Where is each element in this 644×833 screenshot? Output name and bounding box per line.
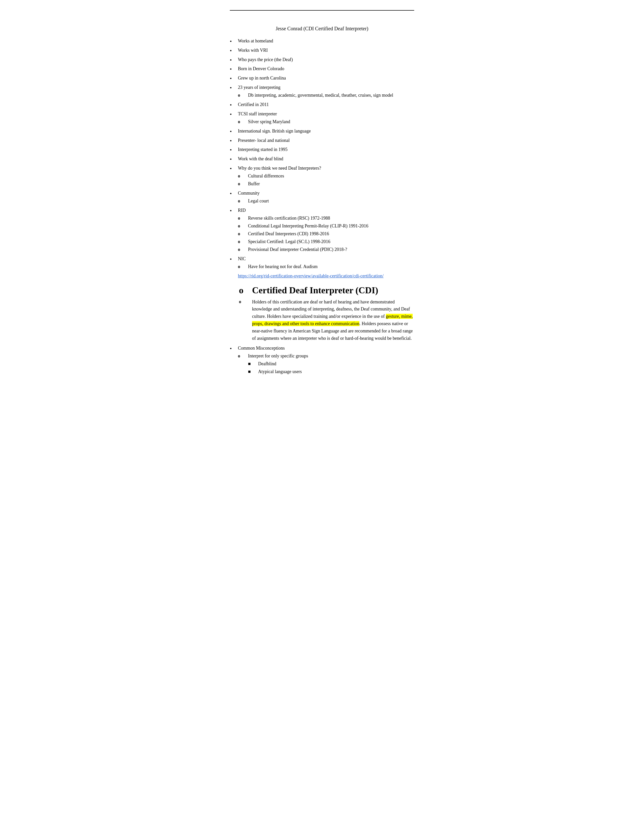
bullet-icon: • bbox=[230, 38, 237, 45]
sub-bullet-icon: o bbox=[238, 92, 247, 99]
sub-item-text: Certified Deaf Interpreters (CDI) 1998-2… bbox=[248, 230, 414, 237]
cdi-heading: Certified Deaf Interpreter (CDI) bbox=[252, 285, 378, 296]
list-item: • Community o Legal court bbox=[230, 190, 414, 206]
sub-bullet-icon: o bbox=[238, 223, 247, 230]
list-item: • Works with VRI bbox=[230, 47, 414, 55]
sub-item-text: Legal court bbox=[248, 198, 414, 204]
sub-item-text: Reverse skills certification (RSC) 1972-… bbox=[248, 215, 414, 222]
rid-certification-link[interactable]: https://rid.org/rid-certification-overvi… bbox=[238, 273, 414, 280]
item-text: Born in Denver Colorado bbox=[238, 65, 414, 72]
sub-list-item: o Db interpreting, academic, governmenta… bbox=[238, 92, 414, 99]
sub-item-text: Conditional Legal Interpreting Permit-Re… bbox=[248, 223, 414, 230]
sub-bullet-icon: o bbox=[238, 246, 247, 253]
item-text: Community bbox=[238, 191, 259, 196]
bullet-icon: • bbox=[230, 84, 237, 92]
bullet-icon: • bbox=[230, 101, 237, 109]
sub-item-text: Provisional Deaf interpreter Credential … bbox=[248, 246, 414, 253]
item-text: Why do you think we need Deaf Interprete… bbox=[238, 166, 321, 170]
item-text: RID bbox=[238, 208, 246, 213]
list-item: • Who pays the price (the Deaf) bbox=[230, 56, 414, 64]
list-item: • TCSI staff interpreter o Silver spring… bbox=[230, 111, 414, 126]
list-item-misconceptions: • Common Misconceptions o Interpret for … bbox=[230, 345, 414, 377]
sub-bullet-icon: o bbox=[238, 238, 247, 245]
sub-bullet-icon: o bbox=[238, 353, 247, 359]
sub-list-item: o Conditional Legal Interpreting Permit-… bbox=[238, 223, 414, 230]
bullet-icon: • bbox=[230, 190, 237, 198]
item-text: Presenter- local and national bbox=[238, 137, 414, 144]
item-text: NIC bbox=[238, 256, 246, 261]
item-text: Grew up in north Carolina bbox=[238, 75, 414, 82]
sub-list-item: o Provisional Deaf interpreter Credentia… bbox=[238, 246, 414, 253]
bullet-icon: • bbox=[230, 165, 237, 173]
bullet-icon: • bbox=[230, 56, 237, 64]
list-item: • Interpreting started in 1995 bbox=[230, 146, 414, 154]
bullet-icon: • bbox=[230, 207, 237, 215]
list-item-link: • https://rid.org/rid-certification-over… bbox=[230, 273, 414, 280]
item-text: Interpreting started in 1995 bbox=[238, 146, 414, 153]
sub-list-item: o Legal court bbox=[238, 198, 414, 204]
sub-list-item: o Reverse skills certification (RSC) 197… bbox=[238, 215, 414, 222]
bullet-icon: • bbox=[230, 146, 237, 154]
sub-sub-list-item: ■ Deafblind bbox=[248, 360, 414, 367]
sub-item-text: Buffer bbox=[248, 180, 414, 187]
sub-bullet-icon: o bbox=[238, 263, 247, 270]
bullet-icon: • bbox=[230, 345, 237, 353]
sub-list-item: o Interpret for only specific groups ■ D… bbox=[238, 353, 414, 376]
list-item: • International sign. British sign langu… bbox=[230, 128, 414, 135]
list-item: • Grew up in north Carolina bbox=[230, 75, 414, 82]
cdi-section: o Certified Deaf Interpreter (CDI) o Hol… bbox=[230, 285, 414, 342]
list-item: • Certified in 2011 bbox=[230, 101, 414, 109]
bullet-icon: • bbox=[230, 156, 237, 163]
subsub-item-text: Atypical language users bbox=[258, 368, 414, 375]
bullet-icon: • bbox=[230, 65, 237, 73]
sub-item-text: Db interpreting, academic, governmental,… bbox=[248, 92, 414, 99]
sub-item-text: Have for hearing not for deaf. Audism bbox=[248, 263, 414, 270]
page-title: Jesse Conrad (CDI Certified Deaf Interpr… bbox=[230, 26, 414, 32]
subsub-bullet-icon: ■ bbox=[248, 360, 257, 367]
list-item: • NIC o Have for hearing not for deaf. A… bbox=[230, 256, 414, 271]
sub-list-item: o Specialist Certified: Legal (SC:L) 199… bbox=[238, 238, 414, 245]
sub-sub-list-item: ■ Atypical language users bbox=[248, 368, 414, 375]
misconceptions-sub-text: Interpret for only specific groups bbox=[248, 354, 308, 359]
list-item: • Why do you think we need Deaf Interpre… bbox=[230, 165, 414, 188]
list-item: • 23 years of interpreting o Db interpre… bbox=[230, 84, 414, 100]
item-text: International sign. British sign languag… bbox=[238, 128, 414, 135]
bullet-icon: • bbox=[230, 256, 237, 263]
item-text: Works with VRI bbox=[238, 47, 414, 54]
subsub-item-text: Deafblind bbox=[258, 360, 414, 367]
list-item: • Work with the deaf blind bbox=[230, 156, 414, 163]
top-border bbox=[230, 10, 414, 11]
sub-list-item: o Silver spring Maryland bbox=[238, 118, 414, 125]
item-text: TCSI staff interpreter bbox=[238, 111, 277, 116]
misconceptions-label: Common Misconceptions bbox=[238, 346, 285, 351]
bullet-icon: • bbox=[230, 137, 237, 145]
item-text: Who pays the price (the Deaf) bbox=[238, 56, 414, 63]
sub-list-item: o Cultural differences bbox=[238, 173, 414, 180]
misconceptions-list: • Common Misconceptions o Interpret for … bbox=[230, 345, 414, 377]
bullet-icon: • bbox=[230, 128, 237, 135]
cdi-description: Holders of this certification are deaf o… bbox=[252, 298, 414, 342]
sub-list-item: o Have for hearing not for deaf. Audism bbox=[238, 263, 414, 270]
sub-bullet-icon: o bbox=[238, 198, 247, 204]
bullet-icon: • bbox=[230, 111, 237, 118]
sub-list-item: o Buffer bbox=[238, 180, 414, 187]
list-item: • Presenter- local and national bbox=[230, 137, 414, 145]
item-text: Works at homeland bbox=[238, 38, 414, 44]
sub-bullet-icon: o bbox=[238, 180, 247, 187]
list-item: • RID o Reverse skills certification (RS… bbox=[230, 207, 414, 254]
bullet-icon: • bbox=[230, 75, 237, 82]
list-item: • Works at homeland bbox=[230, 38, 414, 45]
sub-bullet-icon: o bbox=[238, 173, 247, 180]
sub-item-text: Silver spring Maryland bbox=[248, 118, 414, 125]
cdi-sub-bullet: o bbox=[239, 285, 252, 296]
sub-bullet-icon: o bbox=[238, 215, 247, 222]
sub-item-text: Cultural differences bbox=[248, 173, 414, 180]
bullet-icon: • bbox=[230, 47, 237, 55]
item-text: Certified in 2011 bbox=[238, 101, 414, 108]
sub-list-item: o Certified Deaf Interpreters (CDI) 1998… bbox=[238, 230, 414, 237]
sub-bullet-icon: o bbox=[238, 118, 247, 125]
subsub-bullet-icon: ■ bbox=[248, 368, 257, 375]
cdi-desc-sub-bullet: o bbox=[239, 298, 252, 305]
sub-item-text: Specialist Certified: Legal (SC:L) 1998-… bbox=[248, 238, 414, 245]
list-item: • Born in Denver Colorado bbox=[230, 65, 414, 73]
